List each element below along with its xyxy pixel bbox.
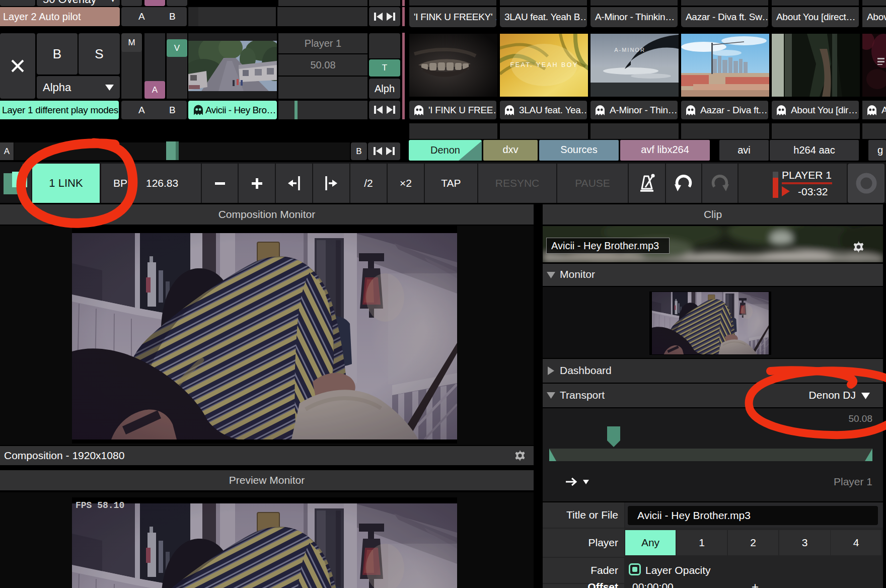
svg-text:A-MINOR: A-MINOR — [614, 47, 645, 53]
svg-text:FEAT. YEAH BOY: FEAT. YEAH BOY — [510, 61, 578, 68]
